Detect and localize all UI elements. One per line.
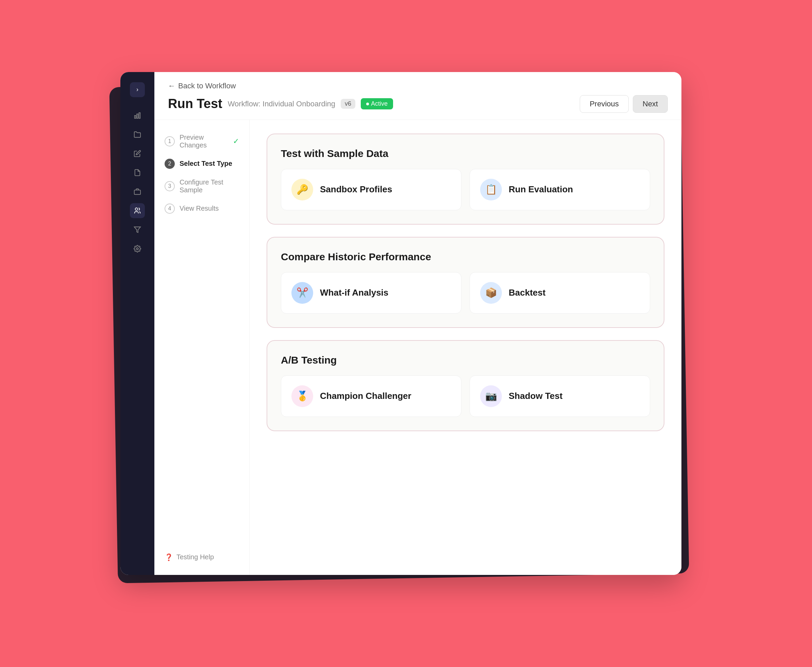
sidebar-icon-chart[interactable] <box>130 108 145 123</box>
step-1: 1 Preview Changes ✓ <box>165 134 239 149</box>
option-sandbox-profiles[interactable]: 🔑 Sandbox Profiles <box>281 169 461 210</box>
sidebar-icon-filter[interactable] <box>130 222 145 237</box>
section-card-sample-data: Test with Sample Data 🔑 Sandbox Profiles… <box>266 134 664 225</box>
main-content: ← Back to Workflow Run Test Workflow: In… <box>155 72 681 575</box>
champion-label: Champion Challenger <box>320 391 411 401</box>
status-label: Active <box>371 100 388 107</box>
sidebar-icon-edit[interactable] <box>130 146 145 161</box>
options-row-ab: 🥇 Champion Challenger 📷 Shadow Test <box>281 375 650 417</box>
svg-rect-3 <box>134 190 140 194</box>
sidebar-icon-settings[interactable] <box>130 241 145 256</box>
next-button[interactable]: Next <box>633 95 668 113</box>
shadow-test-icon: 📷 <box>480 385 502 407</box>
backtest-icon: 📦 <box>480 282 502 304</box>
backtest-label: Backtest <box>509 287 546 298</box>
whatif-label: What-if Analysis <box>320 287 388 298</box>
section-title-sample-data: Test with Sample Data <box>281 148 650 159</box>
step-3-circle: 3 <box>165 181 175 191</box>
step-2-circle: 2 <box>165 159 175 169</box>
section-title-historic: Compare Historic Performance <box>281 251 650 263</box>
sandbox-profiles-icon: 🔑 <box>291 179 313 201</box>
help-link[interactable]: ❓ Testing Help <box>165 553 239 561</box>
sandbox-profiles-label: Sandbox Profiles <box>320 184 392 195</box>
option-run-evaluation[interactable]: 📋 Run Evaluation <box>469 169 650 210</box>
champion-icon: 🥇 <box>291 385 313 407</box>
option-champion-challenger[interactable]: 🥇 Champion Challenger <box>281 375 461 417</box>
top-bar-buttons: Previous Next <box>580 95 668 113</box>
help-icon: ❓ <box>165 553 173 561</box>
section-title-ab: A/B Testing <box>281 354 650 366</box>
svg-point-4 <box>135 207 138 210</box>
sidebar-icon-briefcase[interactable] <box>130 184 145 199</box>
options-row-historic: ✂️ What-if Analysis 📦 Backtest <box>281 272 650 314</box>
back-link[interactable]: ← Back to Workflow <box>168 81 668 90</box>
status-badge: Active <box>361 98 393 110</box>
top-bar-row: Run Test Workflow: Individual Onboarding… <box>168 95 668 113</box>
back-link-label: Back to Workflow <box>178 81 236 90</box>
step-4-label: View Results <box>180 204 219 212</box>
section-card-historic: Compare Historic Performance ✂️ What-if … <box>266 237 664 328</box>
section-card-ab-testing: A/B Testing 🥇 Champion Challenger 📷 Shad… <box>266 340 664 431</box>
steps-panel: 1 Preview Changes ✓ 2 Select Test Type 3… <box>155 120 250 575</box>
top-bar: ← Back to Workflow Run Test Workflow: In… <box>155 72 681 120</box>
run-evaluation-label: Run Evaluation <box>509 184 573 195</box>
step-2-label: Select Test Type <box>180 160 232 168</box>
step-2[interactable]: 2 Select Test Type <box>165 159 239 169</box>
step-1-circle: 1 <box>165 136 175 146</box>
svg-rect-0 <box>135 116 136 118</box>
app-window: › <box>120 72 681 575</box>
step-1-check-icon: ✓ <box>233 137 239 146</box>
whatif-icon: ✂️ <box>291 282 313 304</box>
step-1-label: Preview Changes <box>180 134 228 149</box>
run-evaluation-icon: 📋 <box>480 179 502 201</box>
step-4-circle: 4 <box>165 204 175 214</box>
sidebar-icon-folder[interactable] <box>130 127 145 142</box>
svg-rect-1 <box>137 114 138 118</box>
svg-marker-5 <box>134 227 140 232</box>
sidebar: › <box>120 72 155 575</box>
sidebar-icon-users[interactable] <box>130 203 145 218</box>
cards-area: Test with Sample Data 🔑 Sandbox Profiles… <box>250 120 681 575</box>
workflow-label: Workflow: Individual Onboarding <box>228 100 335 108</box>
options-row-sample-data: 🔑 Sandbox Profiles 📋 Run Evaluation <box>281 169 650 210</box>
shadow-test-label: Shadow Test <box>509 391 562 401</box>
page-title: Run Test <box>168 96 222 111</box>
step-3-label: Configure Test Sample <box>180 178 239 194</box>
status-dot <box>366 103 369 105</box>
step-3: 3 Configure Test Sample <box>165 178 239 194</box>
svg-rect-2 <box>139 113 140 118</box>
steps-list: 1 Preview Changes ✓ 2 Select Test Type 3… <box>165 134 239 214</box>
sidebar-icon-document[interactable] <box>130 165 145 180</box>
option-whatif[interactable]: ✂️ What-if Analysis <box>281 272 461 314</box>
option-backtest[interactable]: 📦 Backtest <box>469 272 650 314</box>
option-shadow-test[interactable]: 📷 Shadow Test <box>469 375 650 417</box>
svg-point-6 <box>136 248 138 250</box>
previous-button[interactable]: Previous <box>580 95 629 113</box>
body-area: 1 Preview Changes ✓ 2 Select Test Type 3… <box>155 120 681 575</box>
step-4: 4 View Results <box>165 204 239 214</box>
help-label: Testing Help <box>176 553 214 561</box>
scene: › <box>100 62 712 606</box>
sidebar-collapse-button[interactable]: › <box>130 82 145 97</box>
back-arrow-icon: ← <box>168 81 175 90</box>
version-badge: v6 <box>341 99 355 109</box>
